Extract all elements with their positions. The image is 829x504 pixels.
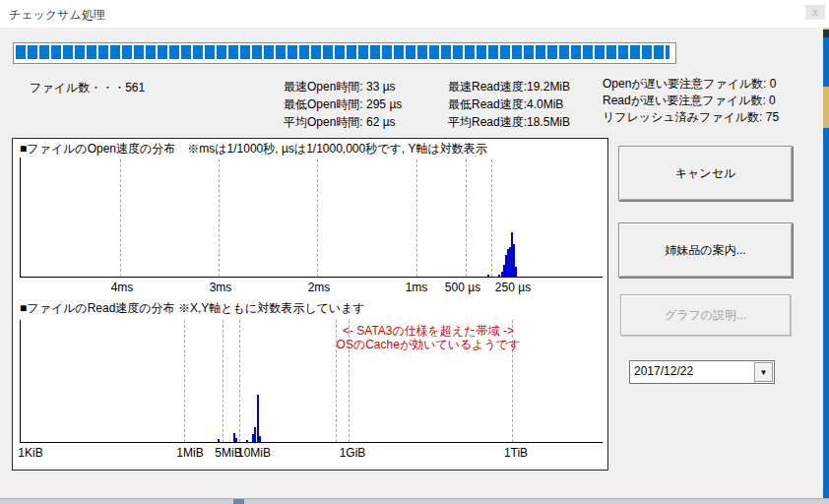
open-speed-chart-title: ■ファイルのOpen速度の分布 ※msは1/1000秒, µsは1/1000,0… bbox=[20, 141, 487, 158]
slowest-open-time: 最低Open時間: 295 µs bbox=[284, 95, 402, 113]
x-tick-label: 1MiB bbox=[176, 446, 203, 460]
refreshed-file-count: リフレッシュ済みファイル数: 75 bbox=[603, 109, 779, 126]
window-title: チェックサム処理 bbox=[9, 7, 105, 24]
histogram-bar bbox=[235, 438, 237, 442]
x-tick-label: 500 µs bbox=[445, 281, 480, 294]
gridline bbox=[466, 159, 467, 277]
gridline bbox=[223, 320, 223, 442]
histogram-bar bbox=[254, 427, 256, 442]
y-axis-line bbox=[20, 158, 21, 277]
cancel-button-label: キャンセル bbox=[675, 165, 735, 182]
background-edge bbox=[823, 87, 829, 128]
slow-read-file-count: Readが遅い要注意ファイル数: 0 bbox=[603, 93, 779, 109]
sister-products-button[interactable]: 姉妹品の案内... bbox=[618, 222, 793, 278]
histogram-bar bbox=[218, 439, 220, 442]
progress-bar-fill bbox=[16, 45, 670, 59]
date-combobox[interactable]: 2017/12/22 ▼ bbox=[629, 360, 775, 384]
average-read-speed: 平均Read速度:18.5MiB bbox=[448, 113, 570, 131]
x-axis-line bbox=[20, 277, 603, 278]
x-tick-label: 4ms bbox=[111, 281, 134, 294]
gridline bbox=[120, 159, 121, 277]
sister-products-button-label: 姉妹品の案内... bbox=[665, 242, 745, 259]
sata3-annotation: <- SATA3の仕様を超えた帯域 ->OSのCacheが効いているようです bbox=[337, 324, 521, 351]
date-combobox-value: 2017/12/22 bbox=[634, 364, 693, 378]
x-tick-label: 1ms bbox=[406, 281, 428, 294]
gridline bbox=[416, 159, 417, 277]
progress-bar bbox=[13, 42, 676, 64]
background-edge bbox=[823, 37, 829, 87]
gridline bbox=[219, 159, 220, 277]
background-chip bbox=[233, 499, 244, 504]
charts-panel: ■ファイルのOpen速度の分布 ※msは1/1000秒, µsは1/1000,0… bbox=[12, 138, 608, 471]
gridline bbox=[317, 159, 318, 277]
histogram-bar bbox=[515, 267, 517, 277]
slow-open-file-count: Openが遅い要注意ファイル数: 0 bbox=[603, 76, 779, 93]
histogram-bar bbox=[246, 440, 248, 442]
slowest-read-speed: 最低Read速度:4.0MiB bbox=[448, 95, 570, 113]
x-tick-label: 1TiB bbox=[504, 446, 528, 460]
title-bar bbox=[0, 0, 829, 28]
gridline bbox=[239, 320, 240, 442]
x-tick-label: 2ms bbox=[308, 281, 331, 294]
x-tick-label: 3ms bbox=[210, 281, 232, 294]
chevron-down-icon: ▼ bbox=[760, 368, 768, 377]
gridline bbox=[491, 159, 492, 277]
close-button[interactable]: x bbox=[805, 5, 825, 20]
histogram-bar bbox=[487, 275, 489, 277]
close-icon: x bbox=[812, 7, 818, 18]
histogram-bar bbox=[257, 395, 259, 442]
graph-help-button-disabled[interactable]: グラフの説明... bbox=[620, 294, 791, 336]
cancel-button[interactable]: キャンセル bbox=[618, 146, 793, 201]
background-edge bbox=[823, 30, 829, 37]
x-tick-label: 10MiB bbox=[237, 446, 271, 460]
x-axis-line bbox=[20, 442, 603, 443]
fastest-read-speed: 最速Read速度:19.2MiB bbox=[448, 78, 570, 95]
file-count-label: ファイル数・・・561 bbox=[30, 79, 145, 96]
open-time-stats: 最速Open時間: 33 µs 最低Open時間: 295 µs 平均Open時… bbox=[284, 78, 402, 131]
x-tick-label: 1GiB bbox=[340, 446, 366, 460]
background-taskbar-strip bbox=[0, 498, 829, 504]
histogram-bar bbox=[498, 275, 500, 277]
gridline bbox=[184, 320, 185, 442]
annotation-line: <- SATA3の仕様を超えた帯域 -> bbox=[337, 324, 521, 338]
annotation-line: OSのCacheが効いているようです bbox=[337, 338, 521, 351]
read-speed-stats: 最速Read速度:19.2MiB 最低Read速度:4.0MiB 平均Read速… bbox=[448, 78, 570, 131]
average-open-time: 平均Open時間: 62 µs bbox=[284, 113, 402, 131]
graph-help-button-label: グラフの説明... bbox=[665, 307, 746, 324]
histogram-bar bbox=[259, 436, 261, 442]
background-edge bbox=[823, 128, 829, 504]
x-tick-label: 1KiB bbox=[18, 446, 42, 460]
combobox-dropdown-button[interactable]: ▼ bbox=[754, 362, 773, 382]
warning-count-stats: Openが遅い要注意ファイル数: 0 Readが遅い要注意ファイル数: 0 リフ… bbox=[603, 76, 779, 126]
x-tick-label: 250 µs bbox=[495, 281, 531, 294]
read-speed-chart-title: ■ファイルのRead速度の分布 ※X,Y軸ともに対数表示しています bbox=[20, 300, 365, 317]
checksum-dialog: チェックサム処理 x ファイル数・・・561 最速Open時間: 33 µs 最… bbox=[0, 0, 829, 504]
y-axis-line bbox=[20, 320, 21, 442]
fastest-open-time: 最速Open時間: 33 µs bbox=[284, 78, 402, 95]
